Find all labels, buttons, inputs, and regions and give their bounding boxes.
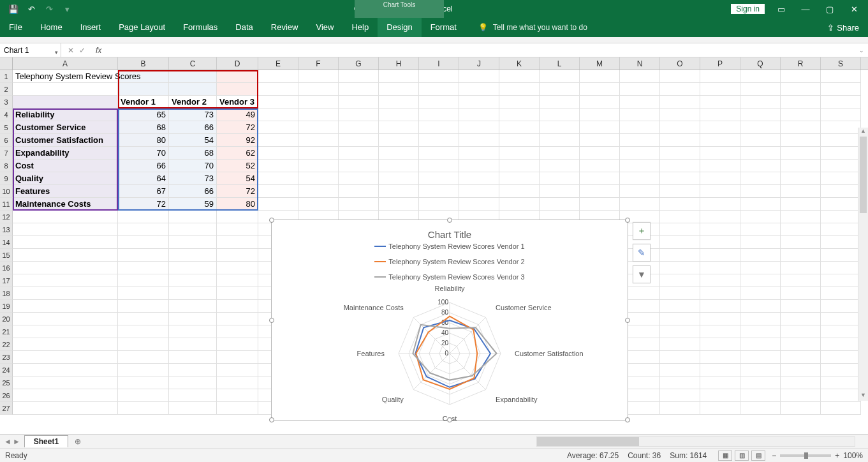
cell[interactable] xyxy=(540,96,580,108)
cell[interactable] xyxy=(821,300,861,313)
cell[interactable] xyxy=(740,313,781,325)
cell[interactable] xyxy=(700,147,740,160)
cell[interactable] xyxy=(118,364,169,376)
legend-item[interactable]: Telephony System Review Scores Vendor 1 xyxy=(374,242,524,250)
cell[interactable] xyxy=(781,185,821,198)
cell[interactable] xyxy=(169,313,217,325)
column-header[interactable]: Q xyxy=(740,57,781,70)
legend-item[interactable]: Telephony System Review Scores Vendor 3 xyxy=(374,273,524,281)
cell[interactable] xyxy=(298,96,339,108)
cell[interactable] xyxy=(781,83,821,96)
cell[interactable] xyxy=(169,376,217,389)
cell[interactable] xyxy=(169,287,217,300)
resize-handle[interactable] xyxy=(447,417,452,422)
cell[interactable] xyxy=(217,262,258,274)
zoom-slider[interactable] xyxy=(780,454,831,457)
cell[interactable] xyxy=(540,134,580,147)
cell[interactable] xyxy=(419,108,459,121)
ribbon-tab-formulas[interactable]: Formulas xyxy=(174,18,226,37)
cell[interactable] xyxy=(13,249,118,262)
cell[interactable] xyxy=(700,185,740,198)
cell[interactable]: 70 xyxy=(169,160,217,172)
cell[interactable] xyxy=(821,389,861,402)
cell[interactable] xyxy=(118,325,169,338)
cell[interactable] xyxy=(620,121,660,134)
cell[interactable] xyxy=(740,223,781,236)
cell[interactable] xyxy=(700,121,740,134)
cell[interactable] xyxy=(660,172,700,185)
horizontal-scrollbar[interactable] xyxy=(536,436,855,447)
cell[interactable] xyxy=(419,134,459,147)
cell[interactable] xyxy=(781,287,821,300)
cell[interactable] xyxy=(781,300,821,313)
row-header[interactable]: 13 xyxy=(0,223,13,236)
cell[interactable] xyxy=(540,121,580,134)
qat-customize-icon[interactable]: ▾ xyxy=(59,2,75,16)
cell[interactable] xyxy=(13,376,118,389)
cell[interactable] xyxy=(118,376,169,389)
row-header[interactable]: 15 xyxy=(0,249,13,262)
cell[interactable] xyxy=(13,83,118,96)
row-header[interactable]: 20 xyxy=(0,313,13,325)
cell[interactable] xyxy=(379,160,419,172)
cell[interactable] xyxy=(169,402,217,415)
cell[interactable] xyxy=(740,364,781,376)
cell[interactable] xyxy=(13,338,118,351)
cell[interactable]: Vendor 3 xyxy=(217,96,258,108)
cell[interactable] xyxy=(419,185,459,198)
cell[interactable] xyxy=(620,172,660,185)
row-header[interactable]: 11 xyxy=(0,198,13,211)
cell[interactable] xyxy=(781,351,821,364)
cell[interactable] xyxy=(821,262,861,274)
cell[interactable] xyxy=(379,83,419,96)
cell[interactable] xyxy=(781,211,821,223)
cell[interactable] xyxy=(298,108,339,121)
cell[interactable] xyxy=(379,121,419,134)
cell[interactable] xyxy=(499,108,540,121)
column-header[interactable]: C xyxy=(169,57,217,70)
row-header[interactable]: 14 xyxy=(0,236,13,249)
cell[interactable] xyxy=(217,236,258,249)
cell[interactable] xyxy=(258,172,298,185)
enter-formula-icon[interactable]: ✓ xyxy=(79,46,85,55)
row-header[interactable]: 26 xyxy=(0,389,13,402)
cell[interactable] xyxy=(217,376,258,389)
cell[interactable] xyxy=(740,287,781,300)
cell[interactable]: 72 xyxy=(118,198,169,211)
cell[interactable] xyxy=(13,274,118,287)
cell[interactable] xyxy=(660,351,700,364)
column-header[interactable]: G xyxy=(339,57,379,70)
radar-plot[interactable]: 100806040200ReliabilityCustomer ServiceC… xyxy=(316,283,584,424)
cell[interactable] xyxy=(700,376,740,389)
cell[interactable] xyxy=(580,147,620,160)
cell[interactable] xyxy=(118,402,169,415)
cell[interactable] xyxy=(118,300,169,313)
row-header[interactable]: 6 xyxy=(0,134,13,147)
cell[interactable] xyxy=(660,121,700,134)
ribbon-tab-design[interactable]: Design xyxy=(378,18,421,37)
cell[interactable]: 80 xyxy=(217,198,258,211)
cell[interactable] xyxy=(419,147,459,160)
cell[interactable] xyxy=(298,121,339,134)
ribbon-tab-home[interactable]: Home xyxy=(31,18,71,37)
cell[interactable] xyxy=(700,223,740,236)
column-header[interactable]: S xyxy=(821,57,861,70)
cell[interactable] xyxy=(620,134,660,147)
cell[interactable] xyxy=(118,351,169,364)
cell[interactable] xyxy=(740,262,781,274)
cell[interactable] xyxy=(660,402,700,415)
close-icon[interactable]: ✕ xyxy=(846,4,862,14)
column-header[interactable]: B xyxy=(118,57,169,70)
cell[interactable] xyxy=(660,287,700,300)
cell[interactable] xyxy=(258,147,298,160)
column-header[interactable]: M xyxy=(580,57,620,70)
row-header[interactable]: 1 xyxy=(0,70,13,83)
cell[interactable] xyxy=(499,83,540,96)
cell[interactable] xyxy=(459,83,499,96)
cell[interactable] xyxy=(169,70,217,83)
select-all-corner[interactable] xyxy=(0,57,13,70)
cell[interactable] xyxy=(580,185,620,198)
cell[interactable]: Vendor 1 xyxy=(118,96,169,108)
cell[interactable] xyxy=(700,313,740,325)
cell[interactable] xyxy=(580,70,620,83)
